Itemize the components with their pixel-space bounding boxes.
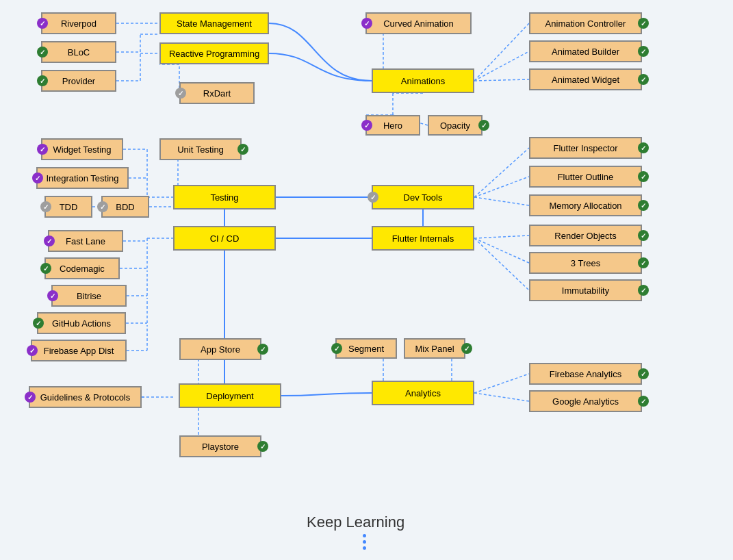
node-label-segment: Segment (348, 344, 384, 354)
node-label-flutterInspector: Flutter Inspector (554, 143, 618, 153)
node-flutterInternals: Flutter Internals (372, 226, 474, 251)
node-label-mixPanel: Mix Panel (415, 344, 454, 354)
node-label-memoryAllocation: Memory Allocation (549, 201, 621, 211)
node-memoryAllocation: Memory Allocation✓ (529, 194, 642, 216)
node-label-immutability: Immutability (562, 285, 609, 296)
node-label-guidelinesProtocols: Guidelines & Protocols (40, 392, 131, 403)
svg-line-55 (474, 393, 529, 401)
node-immutability: Immutability✓ (529, 279, 642, 301)
node-codemagic: Codemagic✓ (44, 257, 120, 279)
node-hero: Hero✓ (365, 115, 420, 136)
badge-renderObjects: ✓ (638, 230, 649, 241)
badge-hero: ✓ (361, 120, 372, 131)
badge-memoryAllocation: ✓ (638, 200, 649, 211)
node-riverpod: Riverpod✓ (41, 12, 116, 34)
node-curvedAnimation: Curved Animation✓ (365, 12, 472, 34)
node-label-playstore: Playstore (202, 442, 239, 452)
node-label-animBuilder: Animated Builder (552, 47, 619, 57)
badge-widgetTesting: ✓ (37, 144, 48, 155)
node-label-cicd: CI / CD (210, 233, 240, 244)
node-googleAnalytics: Google Analytics✓ (529, 390, 642, 412)
badge-animController: ✓ (638, 18, 649, 29)
svg-line-27 (474, 177, 529, 197)
badge-tdd: ✓ (40, 201, 51, 212)
node-label-codemagic: Codemagic (60, 264, 105, 274)
svg-line-42 (474, 238, 529, 290)
node-mixPanel: Mix Panel✓ (404, 338, 465, 359)
node-label-hero: Hero (383, 120, 402, 131)
node-label-animWidget: Animated Widget (552, 75, 619, 85)
badge-fastLane: ✓ (44, 236, 55, 246)
badge-githubActions: ✓ (33, 318, 44, 329)
node-bdd: BDD✓ (101, 196, 149, 218)
node-label-stateManagement: State Management (177, 18, 252, 29)
badge-playstore: ✓ (257, 441, 268, 452)
node-threeTrees: 3 Trees✓ (529, 252, 642, 274)
node-animWidget: Animated Widget✓ (529, 68, 642, 90)
node-reactiveProg: Reactive Programming (159, 42, 269, 64)
node-label-firebaseAppDist: Firebase App Dist (44, 346, 114, 356)
badge-segment: ✓ (331, 343, 342, 354)
node-flutterInspector: Flutter Inspector✓ (529, 137, 642, 159)
node-label-devTools: Dev Tools (404, 192, 443, 203)
node-stateManagement: State Management (159, 12, 269, 34)
node-fastLane: Fast Lane✓ (48, 230, 123, 252)
badge-rxdart: ✓ (175, 88, 186, 99)
node-renderObjects: Render Objects✓ (529, 225, 642, 246)
node-label-fastLane: Fast Lane (66, 236, 105, 246)
mind-map-canvas: Riverpod✓BLoC✓Provider✓State ManagementR… (0, 0, 733, 560)
badge-threeTrees: ✓ (638, 257, 649, 268)
badge-riverpod: ✓ (37, 18, 48, 29)
badge-integrationTesting: ✓ (32, 173, 43, 183)
badge-provider: ✓ (37, 75, 48, 86)
badge-curvedAnimation: ✓ (361, 18, 372, 29)
badge-bloc: ✓ (37, 47, 48, 58)
badge-animWidget: ✓ (638, 74, 649, 85)
node-unitTesting: Unit Testing✓ (159, 138, 242, 160)
node-githubActions: GitHub Actions✓ (37, 312, 126, 334)
svg-line-11 (474, 23, 529, 81)
node-label-firebaseAnalytics: Firebase Analytics (550, 369, 622, 379)
node-label-bitrise: Bitrise (77, 291, 101, 301)
svg-line-54 (474, 374, 529, 393)
badge-bitrise: ✓ (47, 290, 58, 301)
badge-firebaseAppDist: ✓ (27, 345, 38, 356)
node-analytics: Analytics (372, 381, 474, 405)
node-provider: Provider✓ (41, 70, 116, 92)
badge-immutability: ✓ (638, 285, 649, 296)
node-integrationTesting: Integration Testing✓ (36, 167, 129, 189)
badge-firebaseAnalytics: ✓ (638, 368, 649, 379)
badge-devTools: ✓ (368, 192, 378, 203)
node-label-analytics: Analytics (405, 388, 441, 398)
node-label-provider: Provider (62, 76, 95, 86)
badge-opacity: ✓ (478, 120, 489, 131)
node-label-unitTesting: Unit Testing (177, 144, 224, 155)
node-firebaseAnalytics: Firebase Analytics✓ (529, 363, 642, 385)
node-animBuilder: Animated Builder✓ (529, 40, 642, 62)
badge-appStore: ✓ (257, 344, 268, 355)
badge-googleAnalytics: ✓ (638, 396, 649, 407)
svg-line-26 (474, 148, 529, 197)
node-widgetTesting: Widget Testing✓ (41, 138, 123, 160)
node-appStore: App Store✓ (179, 338, 261, 360)
node-flutterOutline: Flutter Outline✓ (529, 166, 642, 188)
node-label-githubActions: GitHub Actions (52, 318, 111, 329)
node-deployment: Deployment (179, 383, 281, 408)
svg-line-12 (474, 51, 529, 81)
keep-learning-text: Keep Learning (307, 513, 404, 531)
badge-animBuilder: ✓ (638, 46, 649, 57)
node-label-threeTrees: 3 Trees (571, 258, 600, 268)
node-label-reactiveProg: Reactive Programming (169, 49, 259, 59)
node-label-opacity: Opacity (440, 120, 470, 131)
node-testing: Testing (173, 185, 276, 209)
node-label-tdd: TDD (60, 202, 78, 212)
node-label-rxdart: RxDart (203, 88, 231, 99)
node-cicd: CI / CD (173, 226, 276, 251)
continue-dots (363, 534, 366, 550)
node-label-widgetTesting: Widget Testing (53, 144, 111, 155)
badge-codemagic: ✓ (40, 263, 51, 274)
svg-line-28 (474, 197, 529, 205)
node-label-bdd: BDD (116, 202, 134, 212)
badge-guidelinesProtocols: ✓ (25, 392, 36, 403)
badge-unitTesting: ✓ (237, 144, 248, 155)
